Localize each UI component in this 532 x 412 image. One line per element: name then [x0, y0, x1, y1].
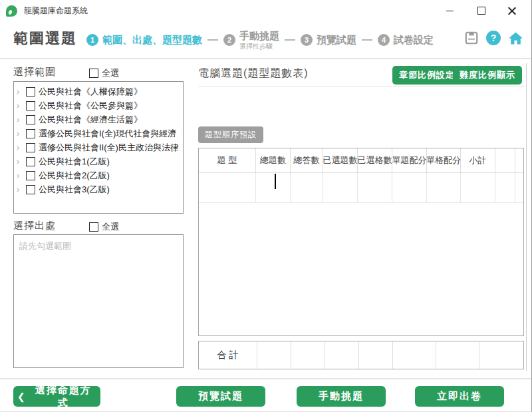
chevron-right-icon[interactable] [17, 128, 25, 138]
totals-cell [393, 341, 436, 369]
checkbox-icon[interactable] [26, 101, 35, 110]
range-item-3[interactable]: 選修公民與社會I(全)現代社會與經濟 [14, 126, 183, 140]
back-to-method-button[interactable]: ❮ 選擇命題方式 [13, 386, 100, 407]
chevron-left-icon: ❮ [17, 391, 27, 402]
header-divider [0, 58, 531, 59]
col-header-total-answers: 總答數 [291, 148, 323, 173]
col-header-empty-1 [495, 148, 515, 173]
cell-total-questions[interactable] [256, 173, 291, 203]
maximize-icon [477, 7, 485, 15]
source-select-all-checkbox[interactable]: 全選 [89, 221, 119, 233]
home-button[interactable] [507, 30, 523, 46]
source-section-label: 選擇出處 [13, 220, 56, 232]
checkbox-icon[interactable] [26, 87, 35, 97]
header-icons: ? [464, 30, 523, 46]
cell-points-per-question[interactable] [392, 173, 427, 203]
step-separator [207, 39, 218, 41]
step-2-manual-pick[interactable]: 2 手動挑題 選擇性步驟 [223, 30, 279, 50]
checkbox-icon [89, 69, 98, 78]
range-item-5[interactable]: 公民與社會1(乙版) [14, 154, 183, 168]
range-item-label: 公民與社會《經濟生活篇》 [39, 114, 142, 126]
chevron-right-icon[interactable] [17, 101, 25, 110]
save-icon [464, 31, 479, 45]
range-item-1[interactable]: 公民與社會《公民參與篇》 [14, 99, 183, 112]
checkbox-icon[interactable] [26, 115, 35, 124]
range-item-label: 公民與社會1(乙版) [39, 156, 110, 168]
app-window: 龍騰題庫命題系統 範圍選題 1 範圍、出處、題型題數 2 手動挑題 選擇性步驟 … [0, 0, 532, 412]
close-icon [508, 7, 516, 15]
cell-empty-1[interactable] [495, 173, 515, 203]
footer-divider [0, 378, 531, 379]
checkbox-icon[interactable] [26, 185, 35, 194]
checkbox-icon[interactable] [26, 157, 35, 166]
range-select-all-label: 全選 [102, 67, 119, 79]
step-2-badge: 2 [223, 34, 235, 46]
chevron-right-icon[interactable] [17, 170, 25, 180]
range-item-2[interactable]: 公民與社會《經濟生活篇》 [14, 112, 183, 126]
range-item-0[interactable]: 公民與社會《人權保障篇》 [14, 85, 183, 99]
range-tree-list[interactable]: 公民與社會《人權保障篇》 公民與社會《公民參與篇》 公民與社會《經濟生活篇》 選… [13, 81, 184, 214]
help-icon: ? [486, 31, 501, 45]
col-header-points-per-question: 單題配分 [392, 148, 427, 173]
step-3-label: 預覽試題 [317, 34, 356, 47]
range-select-all-checkbox[interactable]: 全選 [89, 67, 119, 79]
question-type-order-tag[interactable]: 題型順序預設 [198, 126, 263, 143]
computer-selection-title: 電腦選題(題型題數表) [198, 67, 309, 81]
help-button[interactable]: ? [485, 30, 501, 46]
wizard-header: 範圍選題 1 範圍、出處、題型題數 2 手動挑題 選擇性步驟 3 預覽試題 4 [0, 23, 531, 57]
source-list[interactable]: 請先勾選範圍 [13, 234, 184, 368]
cell-total-answers[interactable] [291, 173, 323, 203]
cell-empty-2[interactable] [515, 173, 523, 203]
chevron-right-icon[interactable] [17, 114, 25, 124]
step-1-range[interactable]: 1 範圍、出處、題型題數 [86, 34, 202, 47]
checkbox-icon[interactable] [26, 143, 35, 152]
step-4-paper-settings[interactable]: 4 試卷設定 [378, 34, 434, 47]
cell-type[interactable] [199, 173, 256, 203]
range-item-label: 公民與社會3(乙版) [39, 184, 110, 196]
totals-cell [436, 341, 479, 369]
cell-selected-questions[interactable] [323, 173, 358, 203]
totals-cell [359, 341, 393, 369]
cell-points-per-blank[interactable] [427, 173, 461, 203]
range-item-label: 公民與社會2(乙版) [39, 170, 110, 182]
chapter-ratio-button[interactable]: 章節比例設定 [392, 66, 462, 85]
back-button-label: 選擇命題方式 [31, 384, 96, 409]
checkbox-icon [89, 222, 98, 232]
step-2-label: 手動挑題 選擇性步驟 [239, 30, 279, 50]
range-item-7[interactable]: 公民與社會3(乙版) [14, 182, 183, 196]
chevron-right-icon[interactable] [17, 184, 25, 194]
manual-pick-button[interactable]: 手動挑題 [297, 386, 386, 407]
minimize-button[interactable] [434, 0, 465, 21]
question-type-table: 題 型 總題數 總答數 已選題數 已選格數 單題配分 單格配分 小計 [198, 148, 524, 336]
app-logo-icon [6, 5, 17, 17]
preview-questions-button[interactable]: 預覽試題 [176, 386, 265, 407]
difficulty-ratio-button[interactable]: 難度比例顯示 [453, 66, 522, 85]
totals-cell [479, 341, 523, 369]
maximize-button[interactable] [466, 0, 497, 21]
source-placeholder: 請先勾選範圍 [19, 240, 178, 252]
checkbox-icon[interactable] [26, 171, 35, 180]
range-item-6[interactable]: 公民與社會2(乙版) [14, 168, 183, 182]
table-data-row[interactable] [199, 173, 523, 203]
save-button[interactable] [464, 30, 479, 46]
chevron-right-icon[interactable] [17, 142, 25, 152]
totals-label: 合 計 [199, 341, 257, 369]
close-button[interactable] [497, 0, 527, 21]
col-header-points-per-blank: 單格配分 [427, 148, 461, 173]
cell-subtotal[interactable] [461, 173, 495, 203]
col-header-selected-blanks: 已選格數 [358, 148, 392, 173]
step-separator [362, 39, 372, 41]
checkbox-icon[interactable] [26, 129, 35, 138]
home-icon [508, 31, 523, 46]
range-item-4[interactable]: 選修公民與社會II(全)民主政治與法律 [14, 140, 183, 154]
cell-selected-blanks[interactable] [358, 173, 392, 203]
step-3-preview[interactable]: 3 預覽試題 [301, 34, 356, 47]
chevron-right-icon[interactable] [17, 87, 25, 97]
step-4-badge: 4 [378, 34, 390, 46]
page-title: 範圍選題 [13, 29, 77, 49]
generate-paper-button[interactable]: 立即出卷 [415, 386, 504, 407]
step-1-badge: 1 [86, 34, 98, 46]
chevron-right-icon[interactable] [17, 156, 25, 166]
totals-cell [325, 341, 359, 369]
range-section-label: 選擇範圍 [13, 66, 56, 79]
